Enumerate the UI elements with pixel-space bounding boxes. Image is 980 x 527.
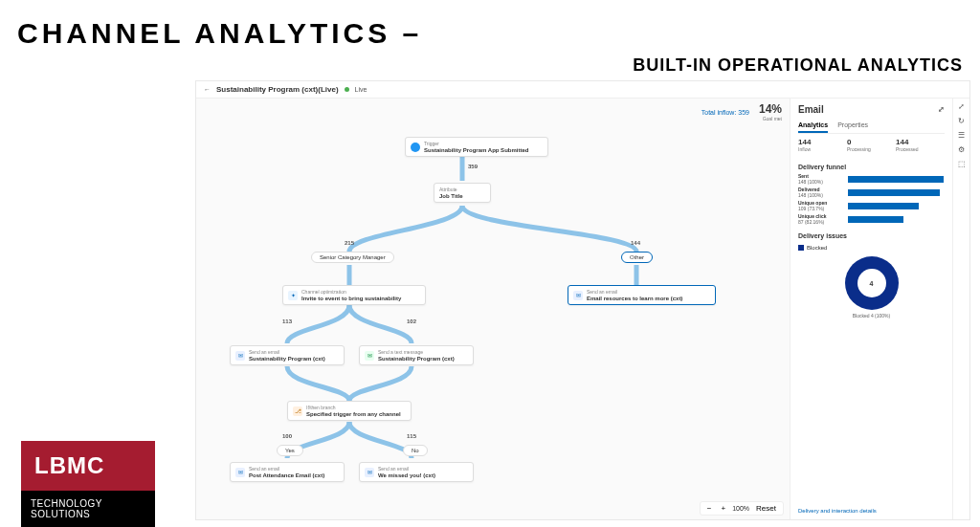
rail-expand-icon[interactable]: ⤢ — [958, 102, 965, 111]
app-header: ← Sustainability Program (cxt)(Live) Liv… — [196, 81, 969, 99]
tab-properties[interactable]: Properties — [837, 119, 868, 133]
count-yes: 100 — [282, 433, 292, 439]
count-split-left: 113 — [282, 318, 292, 324]
zoom-in-button[interactable]: + — [719, 504, 729, 513]
node-trigger[interactable]: TriggerSustainability Program App Submit… — [405, 137, 548, 157]
email-icon: ✉ — [365, 468, 374, 477]
count-right: 144 — [631, 240, 640, 246]
back-icon[interactable]: ← — [204, 86, 211, 93]
analytics-panel: Email ⤢ Analytics Properties 144Inflow 0… — [790, 99, 952, 519]
rail-export-icon[interactable]: ⬚ — [958, 160, 966, 168]
details-link[interactable]: Delivery and interaction details — [798, 508, 945, 514]
funnel-bar-delivered — [848, 189, 940, 196]
trigger-outflow: 359 — [468, 164, 478, 169]
donut-center: 4 — [858, 269, 886, 297]
node-sms-sustainability[interactable]: ✉ Send a text messageSustainability Prog… — [359, 345, 474, 365]
goal-percent: 14% — [759, 102, 782, 116]
funnel-bar-open — [848, 203, 919, 209]
trigger-icon — [411, 143, 420, 152]
zoom-level: 100% — [732, 505, 749, 512]
node-email-sustainability[interactable]: ✉ Send an emailSustainability Program (c… — [230, 345, 345, 365]
lbmc-unit: TECHNOLOGY SOLUTIONS — [21, 491, 155, 527]
rail-refresh-icon[interactable]: ↻ — [958, 117, 965, 125]
pill-other[interactable]: Other — [621, 252, 653, 263]
goal-label: Goal met — [759, 116, 782, 121]
issues-title: Delivery issues — [798, 232, 945, 239]
slide-title: CHANNEL ANALYTICS – — [17, 17, 422, 50]
donut-caption: Blocked 4 (100%) — [853, 313, 890, 318]
pill-yes[interactable]: Yes — [277, 445, 303, 456]
node-attribute[interactable]: AttributeJob Title — [434, 183, 491, 203]
slide-subtitle: BUILT-IN OPERATIONAL ANALYTICS — [633, 55, 963, 76]
panel-expand-icon[interactable]: ⤢ — [938, 105, 945, 114]
total-inflow-link[interactable]: Total inflow: 359 — [702, 109, 749, 116]
stat-processing-num: 0 — [847, 138, 896, 146]
rail-settings-icon[interactable]: ⚙ — [958, 145, 965, 154]
branch-icon: ⎇ — [293, 406, 302, 416]
issues-donut: 4 — [845, 256, 899, 310]
email-icon: ✉ — [235, 351, 245, 361]
lbmc-brand: LBMC — [21, 441, 155, 491]
count-no: 115 — [407, 433, 416, 439]
lbmc-logo: LBMC TECHNOLOGY SOLUTIONS — [21, 441, 155, 527]
status-dot — [345, 87, 349, 92]
count-left: 215 — [345, 240, 354, 246]
node-email-post-attendance[interactable]: ✉ Send an emailPost Attendance Email (cx… — [230, 462, 345, 482]
app-window: ← Sustainability Program (cxt)(Live) Liv… — [195, 80, 970, 520]
side-icon-rail: ⤢ ↻ ☰ ⚙ ⬚ — [952, 99, 969, 519]
stat-inflow-num: 144 — [798, 138, 847, 146]
optimization-icon: ✦ — [288, 291, 298, 300]
zoom-controls: − + 100% Reset — [700, 501, 784, 516]
funnel-title: Delivery funnel — [798, 164, 945, 170]
node-channel-optimization[interactable]: ✦ Channel optimizationInvite to event to… — [282, 285, 426, 305]
email-icon: ✉ — [573, 291, 583, 300]
stat-processed-num: 144 — [896, 138, 945, 146]
node-email-we-missed-you[interactable]: ✉ Send an emailWe missed you! (cxt) — [359, 462, 474, 482]
panel-title: Email — [798, 104, 824, 115]
connector-lines — [196, 99, 790, 519]
journey-canvas[interactable]: Total inflow: 359 14% Goal met — [196, 99, 790, 519]
legend-swatch — [798, 245, 804, 251]
zoom-out-button[interactable]: − — [704, 504, 715, 513]
sms-icon: ✉ — [365, 351, 374, 361]
pill-senior-manager[interactable]: Senior Category Manager — [311, 252, 394, 263]
node-if-then[interactable]: ⎇ If/then branchSpecified trigger from a… — [287, 401, 412, 421]
status-text: Live — [355, 86, 368, 93]
tab-analytics[interactable]: Analytics — [798, 119, 828, 133]
journey-name: Sustainability Program (cxt)(Live) — [216, 85, 339, 94]
count-split-right: 102 — [407, 318, 416, 324]
pill-no[interactable]: No — [403, 445, 428, 456]
node-email-resources[interactable]: ✉ Send an emailEmail resources to learn … — [568, 285, 716, 305]
funnel-bar-click — [848, 216, 903, 223]
zoom-reset-button[interactable]: Reset — [753, 504, 779, 513]
funnel-bar-sent — [848, 176, 944, 183]
email-icon: ✉ — [235, 468, 245, 477]
rail-filter-icon[interactable]: ☰ — [958, 131, 965, 140]
